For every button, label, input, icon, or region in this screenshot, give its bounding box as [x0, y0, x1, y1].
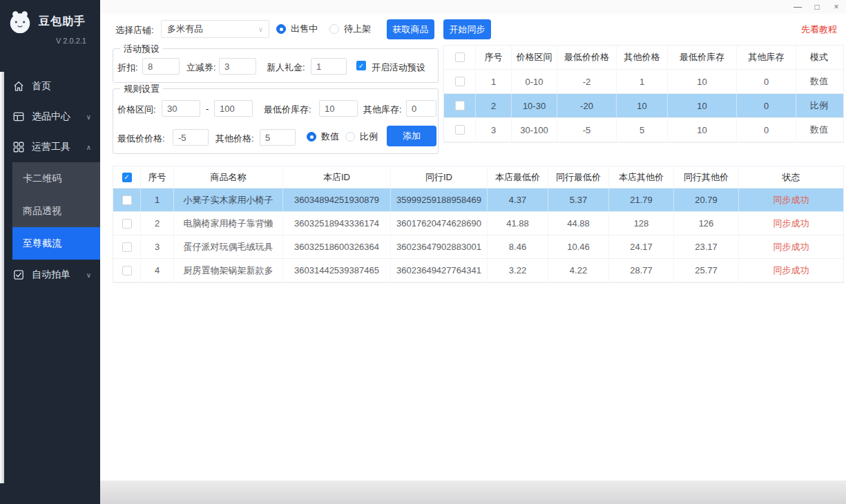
enable-preset-checkbox[interactable]: ✓ — [356, 61, 366, 70]
product-row-checkbox[interactable] — [122, 195, 132, 205]
products-table-header: ✓ 序号 商品名称 本店ID 同行ID 本店最低价 同行最低价 本店其他价 同行… — [113, 166, 843, 188]
sidebar-subitem-product-xray[interactable]: 商品透视 — [12, 195, 100, 227]
range-dash: - — [206, 104, 209, 114]
rules-row-checkbox[interactable] — [455, 125, 465, 135]
sidebar-item-home[interactable]: 首页 — [0, 71, 100, 101]
min-price-stock-label: 最低价库存: — [264, 104, 311, 116]
add-rule-button[interactable]: 添加 — [387, 126, 436, 146]
products-header-shop-id: 本店ID — [283, 166, 391, 188]
product-shop-min: 8.46 — [488, 235, 548, 258]
rules-header-no: 序号 — [476, 46, 512, 69]
rules-header-other-price: 其他价格 — [617, 46, 668, 69]
product-shop-min: 41.88 — [488, 212, 548, 235]
sidebar-subitem-supreme-intercept[interactable]: 至尊截流 — [12, 227, 100, 260]
product-shop-min: 3.22 — [488, 259, 548, 282]
products-header-shop-other: 本店其他价 — [609, 166, 674, 188]
product-name: 厨房置物架锅架新款多 — [174, 259, 283, 282]
rule-settings-panel: 规则设置 价格区间: - 最低价库存: 其他库存: 最低价价格: 其他价格: 数… — [113, 88, 439, 154]
other-stock-label: 其他库存: — [363, 104, 402, 116]
min-price-input[interactable] — [173, 129, 209, 146]
rule-no: 2 — [476, 94, 512, 117]
product-box-icon — [12, 110, 25, 123]
sidebar-submenu: 卡二维码 商品透视 至尊截流 — [12, 162, 100, 260]
rules-header-min-price: 最低价价格 — [557, 46, 617, 69]
product-peer-min: 5.37 — [548, 188, 609, 211]
fetch-products-button[interactable]: 获取商品 — [387, 19, 434, 39]
close-button[interactable]: × — [827, 0, 846, 14]
product-peer-min: 10.46 — [548, 235, 609, 258]
product-status: 同步成功 — [739, 259, 843, 282]
radio-pending-label: 待上架 — [344, 23, 371, 35]
rules-table-row-selected[interactable]: 2 10-30 -20 10 10 0 比例 — [444, 94, 843, 118]
price-max-input[interactable] — [214, 100, 253, 117]
product-peer-other: 25.77 — [674, 259, 739, 282]
rules-select-all-checkbox[interactable] — [455, 52, 465, 62]
nav-label-auto-order: 自动拍单 — [32, 269, 70, 281]
app-logo-icon — [7, 8, 33, 35]
products-header-peer-min: 同行最低价 — [548, 166, 609, 188]
rule-range: 0-10 — [512, 70, 557, 93]
rules-row-checkbox[interactable] — [455, 77, 465, 86]
shop-select-value: 多米有品 — [167, 23, 203, 35]
rules-table-header: 序号 价格区间 最低价价格 其他价格 最低价库存 其他库存 模式 — [444, 46, 843, 70]
rule-mode: 比例 — [796, 94, 842, 117]
logo-row: 豆包助手 — [0, 0, 100, 35]
product-row[interactable]: 4 厨房置物架锅架新款多 36031442539387465 360236494… — [113, 259, 843, 282]
product-shop-other: 21.79 — [609, 188, 674, 211]
product-no: 1 — [141, 188, 174, 211]
product-shop-min: 4.37 — [488, 188, 548, 211]
tutorial-link[interactable]: 先看教程 — [801, 23, 837, 36]
rules-table: 序号 价格区间 最低价价格 其他价格 最低价库存 其他库存 模式 1 0-10 … — [443, 45, 844, 143]
sidebar-nav: 首页 选品中心 ∨ 运营工具 ∧ 卡二维码 商品透视 至尊截流 — [0, 71, 100, 290]
coupon-label: 立减券: — [186, 61, 216, 74]
rule-min-stock: 10 — [668, 94, 737, 117]
mode-ratio-radio[interactable]: 比例 — [345, 131, 378, 142]
start-sync-button[interactable]: 开始同步 — [443, 19, 491, 39]
other-stock-input[interactable] — [406, 100, 436, 117]
radio-selling-label: 出售中 — [291, 23, 318, 35]
product-shop-other: 28.77 — [609, 259, 674, 282]
sidebar-item-auto-order[interactable]: 自动拍单 ∨ — [0, 260, 100, 290]
radio-pending[interactable]: 待上架 — [329, 23, 371, 35]
products-select-all-checkbox[interactable]: ✓ — [122, 173, 132, 182]
product-shop-id: 36034894251930879 — [283, 188, 391, 211]
rules-table-row[interactable]: 1 0-10 -2 1 10 0 数值 — [444, 70, 843, 94]
product-row-checkbox[interactable] — [122, 242, 132, 252]
rules-header-other-stock: 其他库存 — [737, 46, 796, 69]
product-row-selected[interactable]: 1 小凳子实木家用小椅子 36034894251930879 359992591… — [113, 188, 843, 212]
rule-range: 30-100 — [512, 118, 557, 142]
maximize-button[interactable]: □ — [807, 0, 827, 14]
mode-numeric-radio[interactable]: 数值 — [307, 131, 339, 142]
product-shop-other: 128 — [609, 212, 674, 235]
other-price-input[interactable] — [260, 129, 296, 146]
price-min-input[interactable] — [162, 100, 200, 117]
rules-header-mode: 模式 — [796, 46, 842, 69]
mode-ratio-dot — [345, 132, 355, 142]
minimize-button[interactable]: — — [788, 0, 807, 14]
product-row-checkbox[interactable] — [122, 266, 132, 275]
rule-min-stock: 10 — [668, 70, 737, 93]
discount-input[interactable] — [142, 58, 180, 75]
shop-select-label: 选择店铺: — [115, 24, 154, 37]
rules-table-row[interactable]: 3 30-100 -5 5 10 0 数值 — [444, 118, 843, 142]
enable-preset-label: 开启活动预设 — [372, 61, 425, 74]
sidebar-item-product-center[interactable]: 选品中心 ∨ — [0, 101, 100, 132]
rule-no: 3 — [476, 118, 512, 142]
min-price-stock-input[interactable] — [319, 100, 358, 117]
sidebar-item-operation-tools[interactable]: 运营工具 ∧ — [0, 132, 100, 162]
product-row-checkbox[interactable] — [122, 219, 132, 229]
coupon-input[interactable] — [219, 58, 256, 75]
product-peer-other: 20.79 — [674, 188, 739, 211]
app-name: 豆包助手 — [39, 14, 86, 29]
shop-select[interactable]: 多米有品 ∨ — [161, 20, 269, 38]
rules-row-checkbox[interactable] — [455, 101, 465, 110]
rule-other-price: 10 — [617, 94, 668, 117]
product-no: 4 — [141, 259, 174, 282]
radio-selling[interactable]: 出售中 — [276, 23, 318, 35]
sidebar-subitem-card-qr[interactable]: 卡二维码 — [12, 162, 100, 195]
newbie-gift-input[interactable] — [311, 58, 347, 75]
nav-label-product-center: 选品中心 — [32, 110, 70, 123]
product-row[interactable]: 2 电脑椅家用椅子靠背懒 36032518943336174 360176204… — [113, 212, 843, 235]
product-peer-id: 36023649427764341 — [391, 259, 488, 282]
product-row[interactable]: 3 蛋仔派对玩偶毛绒玩具 36032518600326364 360236479… — [113, 235, 843, 259]
